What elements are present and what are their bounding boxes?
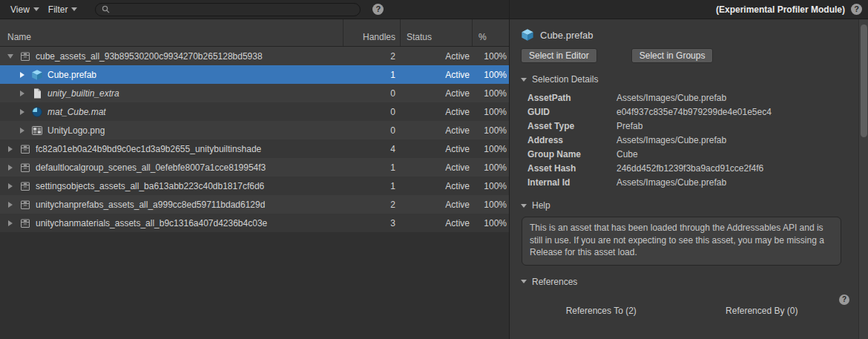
foldout-closed-icon[interactable] <box>16 128 28 134</box>
detail-field-row: Internal IdAssets/Images/Cube.prefab <box>527 175 842 189</box>
addressables-profiler-window: View Filter ? Name Handles Status % cube… <box>0 0 868 339</box>
column-header-name[interactable]: Name <box>0 19 343 46</box>
table-row[interactable]: UnityLogo.png0Active100% <box>0 121 509 139</box>
table-row[interactable]: defaultlocalgroup_scenes_all_0efebfe8007… <box>0 158 509 177</box>
row-status: Active <box>400 51 472 62</box>
row-status: Active <box>400 181 472 191</box>
archive-icon <box>19 180 31 192</box>
selection-details-foldout[interactable]: Selection Details <box>521 74 842 85</box>
row-name-cell: unity_builtin_extra <box>0 88 343 99</box>
vertical-scrollbar[interactable] <box>858 19 868 339</box>
asset-actions: Select in Editor Select in Groups <box>521 48 842 63</box>
chevron-down-icon <box>33 7 39 11</box>
table-row[interactable]: unitychanprefabs_assets_all_a999cc8ed597… <box>0 195 509 214</box>
view-dropdown[interactable]: View <box>6 0 44 19</box>
column-header-status[interactable]: Status <box>400 19 472 46</box>
foldout-closed-icon[interactable] <box>4 220 16 226</box>
table-row[interactable]: unity_builtin_extra0Active100% <box>0 84 509 102</box>
help-icon[interactable]: ? <box>372 4 384 15</box>
row-percent: 100% <box>472 107 509 117</box>
row-handles: 4 <box>343 144 400 154</box>
filter-dropdown[interactable]: Filter <box>44 0 82 19</box>
foldout-closed-icon[interactable] <box>4 146 16 152</box>
row-percent: 100% <box>472 70 509 80</box>
search-input[interactable] <box>114 4 354 15</box>
help-foldout[interactable]: Help <box>521 200 842 211</box>
detail-field-row: Asset TypePrefab <box>527 119 842 133</box>
tab-references-to[interactable]: References To (2) <box>521 303 682 319</box>
search-icon <box>102 5 110 13</box>
texture-icon <box>31 125 43 136</box>
table-header: Name Handles Status % <box>0 19 509 47</box>
help-icon[interactable]: ? <box>851 4 862 15</box>
archive-icon <box>19 199 31 211</box>
table-row[interactable]: unitychanmaterials_assets_all_b9c1316a40… <box>0 214 509 232</box>
row-name-cell: unitychanmaterials_assets_all_b9c1316a40… <box>0 217 343 229</box>
field-value: Prefab <box>617 121 642 131</box>
column-header-percent[interactable]: % <box>472 19 509 46</box>
table-row[interactable]: cube_assets_all_93b89530200c9934270b2651… <box>0 47 509 65</box>
row-status: Active <box>400 144 472 154</box>
field-label: GUID <box>527 107 617 117</box>
detail-field-row: GUIDe04f937c835e74b979299de4e01e5ec4 <box>527 105 842 119</box>
row-percent: 100% <box>472 144 509 154</box>
row-handles: 2 <box>343 200 400 210</box>
row-name-cell: fc82a01eb0a24b9bd9c0ec1d3a9b2655_unitybu… <box>0 143 343 155</box>
archive-icon <box>19 50 31 62</box>
help-icon[interactable]: ? <box>839 294 849 305</box>
inspector-header: (Experimental Profiler Module) ? <box>510 0 868 19</box>
column-header-handles[interactable]: Handles <box>343 19 400 46</box>
row-percent: 100% <box>472 218 509 228</box>
detail-field-row: Group NameCube <box>527 147 842 161</box>
filter-dropdown-label: Filter <box>48 4 68 15</box>
row-name-cell: unitychanprefabs_assets_all_a999cc8ed597… <box>0 199 343 211</box>
field-label: Address <box>527 135 617 145</box>
foldout-closed-icon[interactable] <box>4 183 16 189</box>
field-label: Asset Hash <box>527 163 617 174</box>
references-title: References <box>532 277 577 287</box>
references-foldout[interactable]: References <box>521 277 842 287</box>
foldout-closed-icon[interactable] <box>16 90 28 96</box>
field-label: Internal Id <box>527 177 617 188</box>
select-in-groups-button[interactable]: Select in Groups <box>631 48 714 63</box>
doc-icon <box>31 88 43 99</box>
row-percent: 100% <box>472 125 509 136</box>
foldout-closed-icon[interactable] <box>4 202 16 208</box>
foldout-closed-icon[interactable] <box>16 72 28 78</box>
table-row[interactable]: fc82a01eb0a24b9bd9c0ec1d3a9b2655_unitybu… <box>0 139 509 158</box>
field-value: 246dd452fb1239f3ba9acd91cce2f4f6 <box>617 163 763 174</box>
table-row[interactable]: Cube.prefab1Active100% <box>0 65 509 84</box>
help-text-box: This is an asset that has been loaded th… <box>522 217 841 266</box>
cube-icon <box>31 69 43 81</box>
row-handles: 1 <box>343 181 400 191</box>
row-label: UnityLogo.png <box>47 125 105 136</box>
asset-name: Cube.prefab <box>540 30 594 41</box>
row-label: defaultlocalgroup_scenes_all_0efebfe8007… <box>36 162 266 173</box>
selection-details-title: Selection Details <box>532 74 598 85</box>
tab-referenced-by[interactable]: Referenced By (0) <box>682 303 843 319</box>
row-name-cell: UnityLogo.png <box>0 125 343 136</box>
foldout-closed-icon[interactable] <box>16 109 28 115</box>
foldout-open-icon[interactable] <box>4 54 16 59</box>
row-handles: 1 <box>343 70 400 80</box>
row-status: Active <box>400 218 472 228</box>
row-percent: 100% <box>472 181 509 191</box>
bundle-tree-panel: View Filter ? Name Handles Status % cube… <box>0 0 510 339</box>
row-name-cell: settingsobjects_assets_all_ba613abb223c4… <box>0 180 343 192</box>
select-in-editor-button[interactable]: Select in Editor <box>521 48 597 63</box>
row-handles: 0 <box>343 88 400 99</box>
scrollbar-thumb[interactable] <box>861 24 867 137</box>
row-percent: 100% <box>472 200 509 210</box>
search-field[interactable] <box>95 3 361 16</box>
table-row[interactable]: mat_Cube.mat0Active100% <box>0 102 509 121</box>
row-label: fc82a01eb0a24b9bd9c0ec1d3a9b2655_unitybu… <box>36 144 261 154</box>
references-tabs: References To (2) Referenced By (0) <box>521 303 842 319</box>
view-dropdown-label: View <box>10 4 30 15</box>
foldout-closed-icon[interactable] <box>4 165 16 171</box>
row-handles: 3 <box>343 218 400 228</box>
row-percent: 100% <box>472 51 509 62</box>
field-value: Cube <box>617 149 638 159</box>
table-row[interactable]: settingsobjects_assets_all_ba613abb223c4… <box>0 177 509 195</box>
details-inspector-panel: (Experimental Profiler Module) ? Cube.pr… <box>510 0 868 339</box>
row-status: Active <box>400 200 472 210</box>
